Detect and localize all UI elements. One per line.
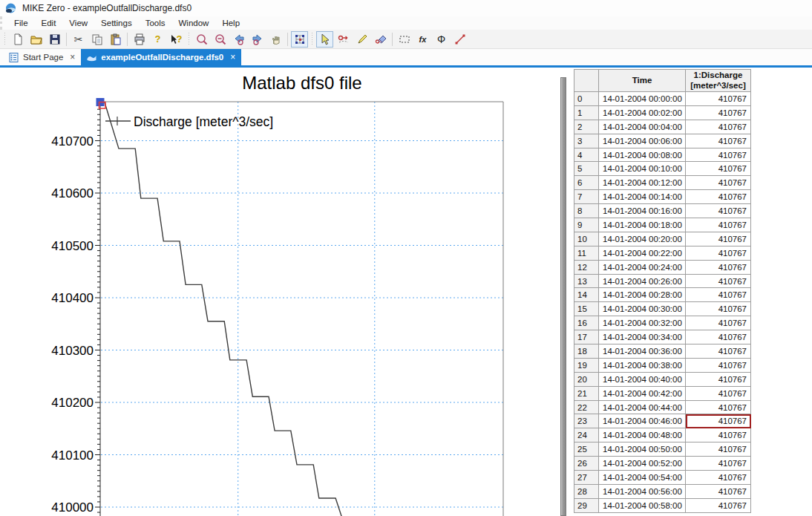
menu-item-file[interactable]: File [8, 17, 36, 29]
paste-button[interactable] [107, 31, 124, 48]
value-cell[interactable]: 410767 [686, 457, 751, 471]
value-cell[interactable]: 410767 [686, 484, 751, 498]
value-cell[interactable]: 410767 [686, 471, 751, 485]
row-index-cell[interactable]: 19 [574, 358, 599, 372]
value-cell[interactable]: 410767 [686, 372, 751, 386]
close-icon[interactable]: × [70, 52, 75, 62]
time-cell[interactable]: 14-01-2004 00:04:00 [599, 120, 686, 134]
time-cell[interactable]: 14-01-2004 00:20:00 [599, 232, 686, 246]
row-index-cell[interactable]: 25 [574, 442, 599, 457]
insert-points-button[interactable] [335, 31, 352, 48]
value-cell[interactable]: 410767 [686, 218, 751, 232]
menu-item-help[interactable]: Help [216, 17, 247, 29]
value-cell[interactable]: 410767 [686, 386, 751, 400]
pan-button[interactable] [267, 31, 284, 48]
value-cell[interactable]: 410767 [686, 260, 751, 274]
rectangle-select-button[interactable] [396, 31, 413, 48]
value-cell[interactable]: 410767 [686, 288, 751, 302]
menu-item-window[interactable]: Window [173, 17, 217, 29]
value-cell[interactable]: 410767 [686, 232, 751, 246]
row-index-cell[interactable]: 29 [574, 498, 599, 512]
chart-table-splitter[interactable] [560, 77, 566, 516]
value-cell[interactable]: 410767 [686, 176, 751, 190]
time-cell[interactable]: 14-01-2004 00:26:00 [599, 274, 686, 288]
row-index-cell[interactable]: 26 [574, 457, 599, 471]
value-cell[interactable]: 410767 [686, 498, 751, 512]
row-index-cell[interactable]: 20 [574, 372, 599, 386]
time-cell[interactable]: 14-01-2004 00:36:00 [599, 344, 686, 359]
row-index-cell[interactable]: 18 [574, 344, 599, 359]
time-cell[interactable]: 14-01-2004 00:34:00 [599, 330, 686, 344]
value-cell[interactable]: 410767 [686, 134, 751, 148]
time-cell[interactable]: 14-01-2004 00:40:00 [599, 372, 686, 386]
context-help-button[interactable]: ? [168, 31, 185, 48]
time-cell[interactable]: 14-01-2004 00:14:00 [599, 190, 686, 204]
row-index-cell[interactable]: 9 [574, 218, 599, 232]
row-index-cell[interactable]: 22 [574, 400, 599, 414]
modify-points-button[interactable] [353, 31, 370, 48]
zoom-previous-button[interactable] [230, 31, 247, 48]
row-index-cell[interactable]: 10 [574, 232, 599, 246]
copy-button[interactable] [88, 31, 105, 48]
menu-item-view[interactable]: View [63, 17, 95, 29]
time-cell[interactable]: 14-01-2004 00:42:00 [599, 386, 686, 400]
row-index-cell[interactable]: 5 [574, 162, 599, 176]
time-cell[interactable]: 14-01-2004 00:18:00 [599, 218, 686, 232]
value-cell[interactable]: 410767 [686, 344, 751, 359]
row-index-cell[interactable]: 1 [574, 105, 599, 120]
value-cell-selected[interactable]: 410767 [686, 414, 751, 428]
select-pointer-toggle[interactable] [316, 31, 333, 48]
value-cell[interactable]: 410767 [686, 204, 751, 218]
row-index-cell[interactable]: 11 [574, 246, 599, 260]
value-cell[interactable]: 410767 [686, 358, 751, 372]
time-cell[interactable]: 14-01-2004 00:06:00 [599, 134, 686, 148]
value-cell[interactable]: 410767 [686, 302, 751, 316]
row-index-cell[interactable]: 2 [574, 120, 599, 134]
row-index-cell[interactable]: 0 [574, 92, 599, 106]
time-cell[interactable]: 14-01-2004 00:50:00 [599, 442, 686, 457]
value-cell[interactable]: 410767 [686, 120, 751, 134]
value-cell[interactable]: 410767 [686, 162, 751, 176]
row-index-cell[interactable]: 15 [574, 302, 599, 316]
value-cell[interactable]: 410767 [686, 190, 751, 204]
row-index-cell[interactable]: 8 [574, 204, 599, 218]
row-index-cell[interactable]: 7 [574, 190, 599, 204]
time-cell[interactable]: 14-01-2004 00:46:00 [599, 414, 686, 428]
cut-button[interactable]: ✂ [70, 31, 87, 48]
tab-start-page[interactable]: Start Page × [3, 49, 81, 65]
calculator-button[interactable]: fx [414, 31, 431, 48]
menu-item-settings[interactable]: Settings [95, 17, 140, 29]
delete-points-button[interactable] [372, 31, 389, 48]
row-index-cell[interactable]: 4 [574, 148, 599, 162]
zoom-next-button[interactable] [249, 31, 266, 48]
time-cell[interactable]: 14-01-2004 00:16:00 [599, 204, 686, 218]
interpolate-button[interactable]: Φ [433, 31, 450, 48]
save-button[interactable] [46, 31, 63, 48]
row-index-cell[interactable]: 6 [574, 176, 599, 190]
time-cell[interactable]: 14-01-2004 00:10:00 [599, 162, 686, 176]
value-cell[interactable]: 410767 [686, 428, 751, 442]
discharge-step-line[interactable] [100, 102, 344, 516]
time-cell[interactable]: 14-01-2004 00:58:00 [599, 498, 686, 512]
time-cell[interactable]: 14-01-2004 00:00:00 [599, 92, 686, 106]
draw-line-button[interactable] [451, 31, 468, 48]
row-index-cell[interactable]: 28 [574, 484, 599, 498]
tab-exampleoutfalldischarge-dfs0[interactable]: exampleOutfallDischarge.dfs0 × [81, 49, 241, 65]
help-button[interactable]: ? [149, 31, 166, 48]
discharge-column-header[interactable]: 1:Discharge[meter^3/sec] [686, 70, 751, 92]
time-cell[interactable]: 14-01-2004 00:22:00 [599, 246, 686, 260]
row-index-cell[interactable]: 24 [574, 428, 599, 442]
value-cell[interactable]: 410767 [686, 105, 751, 120]
toolbar-grip[interactable] [187, 33, 191, 46]
toolbar-grip[interactable] [3, 33, 7, 46]
grid-edit-toggle[interactable] [291, 31, 308, 48]
menu-item-tools[interactable]: Tools [140, 17, 173, 29]
time-cell[interactable]: 14-01-2004 00:54:00 [599, 471, 686, 485]
time-cell[interactable]: 14-01-2004 00:02:00 [599, 105, 686, 120]
value-cell[interactable]: 410767 [686, 330, 751, 344]
row-index-cell[interactable]: 17 [574, 330, 599, 344]
time-cell[interactable]: 14-01-2004 00:48:00 [599, 428, 686, 442]
zoom-out-button[interactable] [212, 31, 229, 48]
time-cell[interactable]: 14-01-2004 00:38:00 [599, 358, 686, 372]
menu-item-edit[interactable]: Edit [36, 17, 64, 29]
